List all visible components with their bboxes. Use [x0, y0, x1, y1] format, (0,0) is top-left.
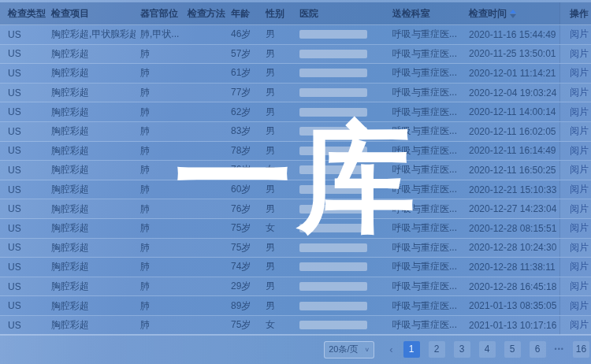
cell-hospital: [293, 185, 386, 194]
prev-page-button[interactable]: ‹: [388, 341, 394, 358]
view-film-link[interactable]: 阅片: [570, 241, 589, 254]
cell-action: 阅片: [559, 199, 591, 218]
cell-dept: 呼吸与重症医...: [386, 280, 463, 293]
cell-gender: 男: [260, 144, 293, 158]
cell-time: 2020-12-11 14:00:14: [463, 106, 559, 117]
cell-action: 阅片: [559, 277, 591, 296]
hospital-redacted-block: [299, 185, 367, 194]
view-film-link[interactable]: 阅片: [570, 183, 589, 196]
hospital-redacted-block: [299, 127, 367, 136]
cell-hospital: [293, 147, 386, 155]
cell-organ: 肺: [136, 260, 181, 273]
table-row: US胸腔彩超肺74岁男呼吸与重症医...2020-12-28 11:38:11阅…: [0, 258, 591, 277]
cell-gender: 女: [260, 163, 293, 176]
cell-hospital: [293, 321, 386, 329]
view-film-link[interactable]: 阅片: [570, 47, 589, 61]
page-size-select[interactable]: 20条/页 ∨: [324, 341, 374, 358]
cell-gender: 男: [260, 241, 293, 254]
view-film-link[interactable]: 阅片: [570, 318, 589, 332]
cell-action: 阅片: [559, 45, 591, 64]
view-film-link[interactable]: 阅片: [570, 299, 589, 313]
page-button-last[interactable]: 16: [573, 341, 589, 358]
cell-time: 2020-12-11 16:14:49: [463, 145, 559, 156]
cell-time: 2021-01-13 08:35:05: [463, 300, 559, 311]
column-header-label: 操作: [570, 7, 589, 20]
page-button-5[interactable]: 5: [504, 341, 521, 358]
table-row: US胸腔彩超肺62岁男呼吸与重症医...2020-12-11 14:00:14阅…: [0, 102, 591, 122]
cell-hospital: [293, 205, 386, 214]
cell-dept: 呼吸与重症医...: [386, 221, 463, 235]
sort-carets[interactable]: [510, 9, 516, 18]
hospital-redacted-block: [299, 321, 367, 329]
view-film-link[interactable]: 阅片: [570, 221, 589, 235]
cell-dept: 呼吸与重症医...: [386, 47, 463, 61]
view-film-link[interactable]: 阅片: [570, 163, 589, 176]
cell-type: US: [0, 48, 46, 59]
cell-age: 83岁: [227, 124, 260, 138]
page-button-4[interactable]: 4: [479, 341, 496, 358]
cell-organ: 肺,甲状...: [136, 28, 181, 41]
exam-table: 检查类型检查项目器官部位检查方法年龄性别医院送检科室检查时间操作 US胸腔彩超,…: [0, 2, 591, 334]
column-header-label: 检查方法: [188, 8, 225, 19]
cell-age: 74岁: [227, 260, 260, 273]
cell-hospital: [293, 165, 386, 174]
table-row: US胸腔彩超肺78岁男呼吸与重症医...2020-12-11 16:14:49阅…: [0, 142, 591, 162]
cell-hospital: [293, 224, 386, 232]
cell-action: 阅片: [559, 25, 591, 44]
column-header-age: 年龄: [227, 7, 260, 20]
view-film-link[interactable]: 阅片: [570, 86, 589, 99]
cell-organ: 肺: [136, 241, 181, 254]
cell-type: US: [0, 281, 46, 292]
sort-caret-down-icon[interactable]: [510, 14, 516, 18]
cell-age: 89岁: [227, 299, 260, 313]
cell-gender: 男: [260, 106, 293, 119]
chevron-down-icon: ∨: [365, 347, 370, 353]
table-row: US胸腔彩超,甲状腺彩超肺,甲状...46岁男呼吸与重症医...2020-11-…: [0, 25, 591, 45]
cell-age: 75岁: [227, 241, 260, 254]
column-header-dept: 送检科室: [386, 7, 463, 20]
cell-time: 2020-12-28 10:24:30: [463, 242, 559, 253]
cell-age: 62岁: [227, 106, 260, 119]
cell-item: 胸腔彩超: [46, 318, 136, 332]
cell-organ: 肺: [136, 124, 181, 138]
cell-type: US: [0, 87, 46, 98]
cell-type: US: [0, 106, 46, 117]
cell-hospital: [293, 69, 386, 77]
column-header-action: 操作: [559, 2, 591, 24]
cell-dept: 呼吸与重症医...: [386, 299, 463, 313]
cell-item: 胸腔彩超: [46, 241, 136, 254]
cell-age: 60岁: [227, 183, 260, 196]
column-header-item: 检查项目: [46, 7, 136, 20]
cell-organ: 肺: [136, 318, 181, 332]
cell-item: 胸腔彩超: [46, 202, 136, 216]
view-film-link[interactable]: 阅片: [570, 28, 589, 41]
page-button-2[interactable]: 2: [429, 341, 445, 358]
cell-item: 胸腔彩超: [46, 280, 136, 293]
view-film-link[interactable]: 阅片: [570, 260, 589, 273]
page-button-3[interactable]: 3: [454, 341, 470, 358]
view-film-link[interactable]: 阅片: [570, 66, 589, 80]
sort-caret-up-icon[interactable]: [510, 9, 516, 13]
view-film-link[interactable]: 阅片: [570, 106, 589, 119]
cell-organ: 肺: [136, 47, 181, 61]
column-header-organ: 器官部位: [136, 7, 181, 20]
pagination-bar: 20条/页 ∨ ‹ 123456 ••• 16: [0, 334, 591, 364]
cell-item: 胸腔彩超: [46, 299, 136, 313]
cell-item: 胸腔彩超: [46, 86, 136, 99]
view-film-link[interactable]: 阅片: [570, 124, 589, 138]
cell-hospital: [293, 88, 386, 97]
cell-hospital: [293, 302, 386, 310]
cell-item: 胸腔彩超: [46, 47, 136, 61]
view-film-link[interactable]: 阅片: [570, 202, 589, 216]
table-row: US胸腔彩超肺76岁女呼吸与重症医...2020-12-11 16:50:25阅…: [0, 161, 591, 180]
pagination-ellipsis: •••: [555, 341, 564, 358]
view-film-link[interactable]: 阅片: [570, 144, 589, 158]
column-header-label: 医院: [299, 8, 318, 19]
column-header-time[interactable]: 检查时间: [463, 7, 559, 20]
cell-gender: 男: [260, 280, 293, 293]
page-button-1[interactable]: 1: [403, 341, 420, 358]
page-button-6[interactable]: 6: [530, 341, 546, 358]
view-film-link[interactable]: 阅片: [570, 280, 589, 293]
cell-gender: 女: [260, 318, 293, 332]
cell-dept: 呼吸与重症医...: [386, 66, 463, 80]
